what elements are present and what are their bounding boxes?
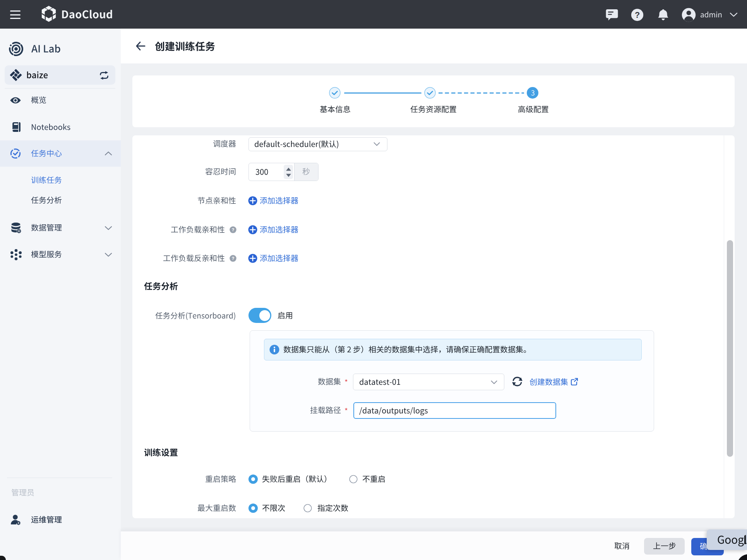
svg-text:?: ? (635, 10, 640, 20)
svg-text:?: ? (231, 256, 234, 261)
svg-text:?: ? (231, 227, 234, 232)
